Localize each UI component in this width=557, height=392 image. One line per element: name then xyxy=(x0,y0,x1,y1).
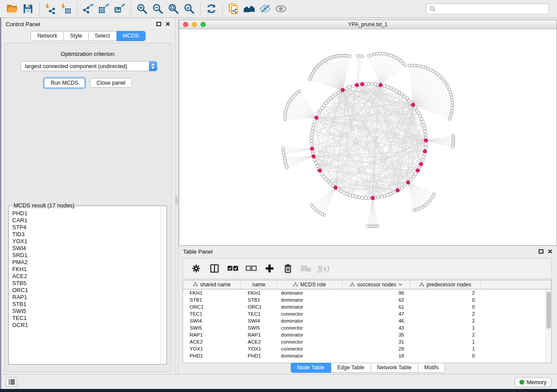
memory-button[interactable]: Memory xyxy=(515,377,551,387)
zoom-fit-icon[interactable] xyxy=(166,2,181,16)
table-row[interactable]: YOX1YOX1connector291 xyxy=(183,345,551,352)
desktop-edge xyxy=(0,18,1,389)
table-row[interactable]: SWI4SWI4dominator462 xyxy=(183,317,551,324)
mcds-result-scrollbar[interactable] xyxy=(160,206,166,364)
toolbar-separator xyxy=(39,2,39,15)
table-row[interactable]: FKH1FKH1dominator962 xyxy=(183,289,551,296)
import-network-icon[interactable] xyxy=(42,2,58,16)
export-table-icon[interactable] xyxy=(96,2,112,16)
search-field[interactable] xyxy=(426,3,549,14)
column-settings-gear-icon[interactable] xyxy=(189,262,203,275)
close-panel-icon[interactable]: ✕ xyxy=(547,249,553,254)
refresh-icon[interactable] xyxy=(204,2,219,16)
mcds-result-item[interactable]: SWI5 xyxy=(12,308,160,315)
export-image-icon[interactable] xyxy=(112,2,128,16)
mcds-result-item[interactable]: STP4 xyxy=(12,224,160,231)
search-input[interactable] xyxy=(436,6,549,12)
mcds-result-item[interactable]: PMA2 xyxy=(12,259,160,266)
new-network-from-selection-icon[interactable] xyxy=(226,2,242,16)
mcds-result-item[interactable]: ORC1 xyxy=(12,287,160,294)
tab-edge-table[interactable]: Edge Table xyxy=(331,363,371,373)
table-cell: SWI4 xyxy=(183,318,241,323)
mcds-result-item[interactable]: SWI4 xyxy=(12,245,160,252)
show-columns-icon[interactable] xyxy=(207,262,221,275)
show-all-icon[interactable] xyxy=(273,2,289,16)
network-view[interactable] xyxy=(179,29,557,245)
control-panel-titlebar: Control Panel ✕ xyxy=(1,18,175,30)
tab-motifs[interactable]: Motifs xyxy=(418,363,445,373)
table-row[interactable]: STB1STB1dominator620 xyxy=(183,296,551,303)
table-cell: PHD1 xyxy=(241,353,277,358)
column-header-name[interactable]: name xyxy=(241,280,277,289)
first-neighbors-icon[interactable] xyxy=(242,2,257,16)
dropdown-stepper-icon xyxy=(149,61,157,71)
table-cell: ACE2 xyxy=(241,339,277,344)
toolbar-separator xyxy=(200,2,201,15)
tab-style[interactable]: Style xyxy=(64,31,89,41)
select-all-rows-icon[interactable] xyxy=(225,262,240,275)
mcds-result-item[interactable]: TID3 xyxy=(12,231,160,238)
criterion-dropdown[interactable]: largest connected component (undirected) xyxy=(21,61,157,71)
table-row[interactable]: ORC1ORC1dominator610 xyxy=(183,303,551,310)
export-network-icon[interactable] xyxy=(80,2,96,16)
network-window-titlebar[interactable]: YPA_prune.txt_1 xyxy=(179,20,557,29)
list-icon xyxy=(8,379,15,385)
add-column-icon[interactable] xyxy=(262,262,277,275)
mcds-result-item[interactable]: SRD1 xyxy=(12,252,160,259)
zoom-in-icon[interactable] xyxy=(134,2,150,16)
panel-splitter[interactable] xyxy=(175,18,179,374)
import-table-icon[interactable] xyxy=(58,2,74,16)
mcds-result-item[interactable]: GCR1 xyxy=(12,322,160,329)
tab-network[interactable]: Network xyxy=(31,31,64,41)
column-header-MCDS-role[interactable]: MCDS role xyxy=(277,280,343,289)
window-minimize-icon[interactable] xyxy=(192,22,197,27)
delete-column-icon[interactable] xyxy=(280,262,295,275)
mcds-result-item[interactable]: TEC1 xyxy=(12,315,160,322)
save-icon[interactable] xyxy=(20,2,36,16)
table-cell: 61 xyxy=(343,304,410,309)
table-row[interactable]: PHD1PHD1dominator180 xyxy=(183,352,551,359)
zoom-selected-icon[interactable] xyxy=(181,2,197,16)
open-folder-icon[interactable] xyxy=(4,2,20,16)
tab-network-table[interactable]: Network Table xyxy=(371,363,418,373)
hide-selected-icon[interactable] xyxy=(257,2,273,16)
mcds-result-item[interactable]: STB5 xyxy=(12,280,160,287)
table-row[interactable]: RAP1RAP1dominator352 xyxy=(183,331,551,338)
run-mcds-button[interactable]: Run MCDS xyxy=(44,78,85,88)
table-row[interactable]: TEC1TEC1connector472 xyxy=(183,310,551,317)
table-panel: Table Panel ✕ xyxy=(179,246,557,374)
mcds-result-item[interactable]: RAP1 xyxy=(12,294,160,301)
table-scrollbar-thumb[interactable] xyxy=(547,292,551,329)
mcds-result-item[interactable]: FKH1 xyxy=(12,266,160,273)
table-scrollbar[interactable] xyxy=(546,289,551,363)
window-maximize-icon[interactable] xyxy=(201,22,206,27)
zoom-out-icon[interactable] xyxy=(150,2,166,16)
mcds-result-item[interactable]: PHD1 xyxy=(12,210,160,217)
float-panel-icon[interactable] xyxy=(156,22,161,26)
float-panel-icon[interactable] xyxy=(539,249,543,254)
close-panel-button[interactable]: Close panel xyxy=(90,78,132,88)
table-cell: TEC1 xyxy=(183,311,241,316)
close-panel-icon[interactable]: ✕ xyxy=(165,22,170,26)
mcds-result-item[interactable]: ACE2 xyxy=(12,273,160,280)
table-cell: 0 xyxy=(410,297,481,303)
column-header-shared-name[interactable]: shared name xyxy=(183,280,241,289)
show-panels-menu-button[interactable] xyxy=(6,377,17,387)
column-header-predecessor-nodes[interactable]: predecessor nodes xyxy=(410,280,481,289)
column-header-successor-nodes[interactable]: successor nodes xyxy=(343,280,410,289)
deselect-all-rows-icon[interactable] xyxy=(244,262,258,275)
tab-mcds[interactable]: MCDS xyxy=(117,31,145,41)
table-cell: ORC1 xyxy=(241,304,277,309)
splitter-handle-icon[interactable] xyxy=(176,196,178,204)
mcds-result-item[interactable]: STB1 xyxy=(12,301,160,308)
window-close-icon[interactable] xyxy=(183,22,188,27)
tab-node-table[interactable]: Node Table xyxy=(291,363,331,373)
application-window: Control Panel ✕ NetworkStyleSelectMCDS O… xyxy=(0,0,557,389)
tab-select[interactable]: Select xyxy=(89,31,117,41)
table-row[interactable]: SWI5SWI5connector431 xyxy=(183,324,551,331)
table-cell: YOX1 xyxy=(183,346,241,351)
mcds-result-item[interactable]: CAR1 xyxy=(12,217,160,224)
mcds-result-item[interactable]: YOX1 xyxy=(12,238,160,245)
table-row[interactable]: ACE2ACE2connector311 xyxy=(183,338,551,345)
shared-column-icon xyxy=(419,282,424,287)
